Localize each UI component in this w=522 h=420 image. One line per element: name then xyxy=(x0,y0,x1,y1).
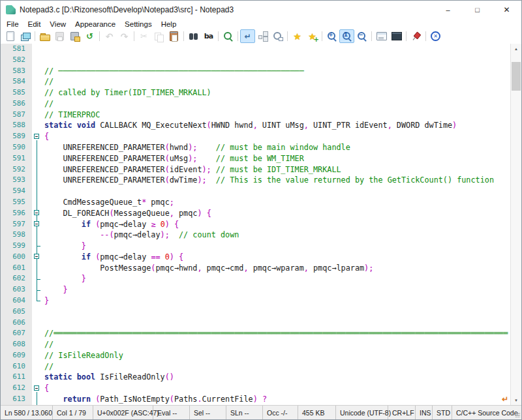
line-number[interactable]: 592 xyxy=(1,164,32,175)
line-number[interactable]: 594 xyxy=(1,186,32,197)
status-file-size[interactable]: 455 KB xyxy=(298,406,336,419)
status-selection[interactable]: Sel -- xyxy=(190,406,226,419)
code-rows[interactable]: 581582583// ────────────────────────────… xyxy=(1,44,510,405)
code-line: 598 --(pmqc→delay); // count down xyxy=(1,230,510,241)
new-file-button[interactable] xyxy=(3,29,18,43)
reset-zoom-button[interactable]: 1 xyxy=(339,29,354,43)
editor[interactable]: 581582583// ────────────────────────────… xyxy=(1,44,521,405)
line-number[interactable]: 581 xyxy=(1,44,32,55)
fold-collapse-icon[interactable] xyxy=(34,385,39,391)
status-line-info[interactable]: Ln 580 / 13.060 xyxy=(1,406,53,419)
line-number[interactable]: 613 xyxy=(1,394,32,405)
line-number[interactable]: 593 xyxy=(1,175,32,186)
status-eol-mode[interactable]: CR+LF xyxy=(388,406,416,419)
line-number[interactable]: 583 xyxy=(1,66,32,77)
zoom-in-button[interactable]: + xyxy=(324,29,339,43)
status-eval[interactable]: Eval -- xyxy=(153,406,190,419)
folding-button[interactable] xyxy=(255,29,270,43)
line-number[interactable]: 608 xyxy=(1,339,32,350)
vertical-scrollbar[interactable]: ▲ ▼ xyxy=(510,44,521,405)
replace-button[interactable]: ba xyxy=(201,29,216,43)
status-scheme[interactable]: C/C++ Source Code xyxy=(452,406,521,419)
line-number[interactable]: 611 xyxy=(1,372,32,383)
copy-button[interactable] xyxy=(151,29,166,43)
fold-collapse-icon[interactable] xyxy=(34,254,39,259)
fold-collapse-icon[interactable] xyxy=(34,134,39,139)
line-number[interactable]: 600 xyxy=(1,252,32,263)
maximize-button[interactable]: □ xyxy=(463,1,492,19)
fold-collapse-icon[interactable] xyxy=(34,221,39,226)
close-button[interactable]: ✕ xyxy=(492,1,521,19)
line-number[interactable]: 602 xyxy=(1,273,32,284)
revert-button[interactable]: ↺ xyxy=(82,29,97,43)
status-char-info[interactable]: U+0x002F (ASC:47) xyxy=(93,406,153,419)
line-number[interactable]: 590 xyxy=(1,142,32,153)
line-number[interactable]: 587 xyxy=(1,110,32,121)
search-lens-button[interactable] xyxy=(221,29,236,43)
save-as-button[interactable] xyxy=(67,29,82,43)
menu-item-edit[interactable]: Edit xyxy=(23,19,46,29)
redo-button[interactable]: ↷ xyxy=(117,29,132,43)
cut-button[interactable]: ✂ xyxy=(136,29,151,43)
line-number[interactable]: 584 xyxy=(1,76,32,87)
menu-item-settings[interactable]: Settings xyxy=(120,19,157,29)
line-number[interactable]: 597 xyxy=(1,219,32,230)
scroll-down-arrow-icon[interactable]: ▼ xyxy=(511,395,521,405)
add-favorite-button[interactable]: ★ xyxy=(305,29,320,43)
menu-item-help[interactable]: Help xyxy=(157,19,181,29)
status-occurrences[interactable]: Occ -/- xyxy=(263,406,298,419)
fold-margin[interactable] xyxy=(32,252,42,263)
new-window-button[interactable] xyxy=(18,29,33,43)
status-std-mode[interactable]: STD xyxy=(433,406,452,419)
line-number[interactable]: 605 xyxy=(1,307,32,318)
fold-margin[interactable] xyxy=(32,208,42,219)
line-number[interactable]: 589 xyxy=(1,131,32,142)
minimize-button[interactable]: – xyxy=(433,1,463,19)
status-insert-mode[interactable]: INS xyxy=(416,406,433,419)
line-number[interactable]: 585 xyxy=(1,87,32,98)
toolbar-separator xyxy=(322,31,322,41)
line-number[interactable]: 591 xyxy=(1,153,32,164)
exit-button[interactable]: ✕ xyxy=(428,29,443,43)
favorites-button[interactable]: ★ xyxy=(290,29,305,43)
line-number[interactable]: 598 xyxy=(1,230,32,241)
fullscreen-button[interactable] xyxy=(389,29,404,43)
fold-margin[interactable] xyxy=(32,383,42,394)
fold-margin[interactable] xyxy=(32,131,42,142)
pin-to-tray-button[interactable] xyxy=(408,29,423,43)
line-number[interactable]: 606 xyxy=(1,318,32,329)
menu-item-file[interactable]: File xyxy=(2,19,23,29)
find-button[interactable] xyxy=(186,29,201,43)
line-number[interactable]: 607 xyxy=(1,328,32,339)
line-number[interactable]: 582 xyxy=(1,55,32,66)
line-number[interactable]: 601 xyxy=(1,263,32,274)
line-number[interactable]: 610 xyxy=(1,361,32,372)
scrollbar-thumb[interactable] xyxy=(512,62,521,91)
line-number[interactable]: 588 xyxy=(1,120,32,131)
line-number[interactable]: 609 xyxy=(1,350,32,361)
menu-item-appearance[interactable]: Appearance xyxy=(70,19,120,29)
line-number[interactable]: 612 xyxy=(1,383,32,394)
line-number[interactable]: 604 xyxy=(1,295,32,307)
line-number[interactable]: 596 xyxy=(1,208,32,219)
zoom-region-button[interactable] xyxy=(270,29,285,43)
fold-margin[interactable] xyxy=(32,219,42,230)
save-button[interactable] xyxy=(52,29,67,43)
line-number[interactable]: 603 xyxy=(1,284,32,295)
status-selected-lines[interactable]: SLn -- xyxy=(226,406,263,419)
zoom-out-button[interactable]: − xyxy=(354,29,369,43)
undo-button[interactable]: ↶ xyxy=(102,29,117,43)
line-number[interactable]: 599 xyxy=(1,241,32,252)
paste-button[interactable] xyxy=(166,29,181,43)
status-column-info[interactable]: Col 1 / 79 xyxy=(53,406,93,419)
line-number[interactable]: 595 xyxy=(1,197,32,208)
scheme-config-button[interactable] xyxy=(374,29,389,43)
fold-margin xyxy=(32,295,42,307)
status-encoding[interactable]: Unicode (UTF-8) xyxy=(336,406,388,419)
fold-collapse-icon[interactable] xyxy=(34,210,39,215)
open-file-button[interactable] xyxy=(37,29,52,43)
word-wrap-button[interactable]: ↵ xyxy=(240,29,255,43)
menu-item-view[interactable]: View xyxy=(45,19,70,29)
line-number[interactable]: 586 xyxy=(1,98,32,110)
scroll-up-arrow-icon[interactable]: ▲ xyxy=(511,44,521,53)
